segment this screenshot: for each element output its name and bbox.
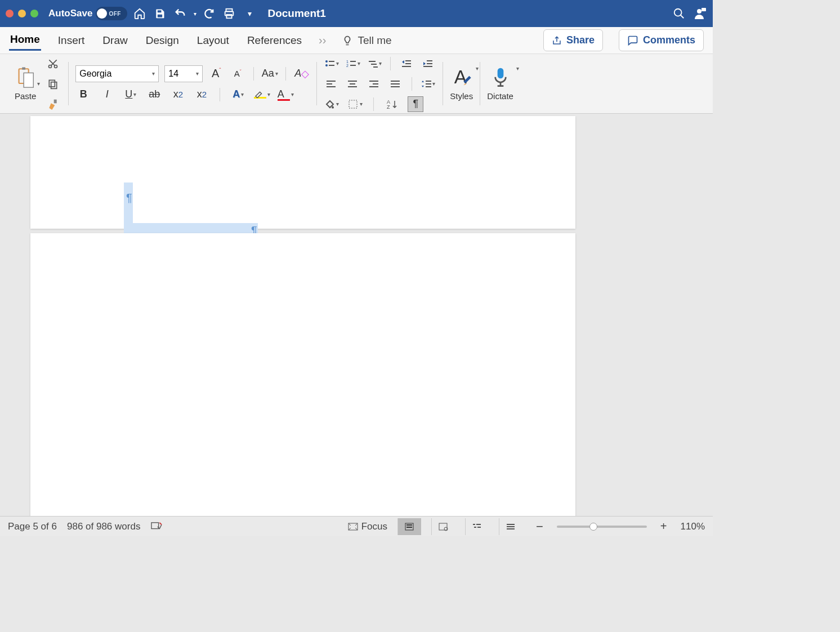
bold-button[interactable]: B [75, 87, 91, 103]
styles-dropdown[interactable]: ▾ [476, 65, 479, 72]
share-button[interactable]: Share [543, 29, 603, 51]
tab-home[interactable]: Home [9, 30, 41, 51]
comments-label: Comments [643, 34, 695, 46]
decrease-font-button[interactable]: Aˇ [230, 66, 245, 82]
svg-rect-40 [391, 81, 400, 82]
align-center-button[interactable] [345, 76, 361, 92]
status-bar: Page 5 of 6 986 of 986 words Focus − + 1… [0, 516, 713, 536]
increase-indent-button[interactable] [420, 56, 436, 72]
ribbon-tabs: Home Insert Draw Design Layout Reference… [0, 27, 713, 54]
cut-button[interactable] [44, 55, 61, 72]
tab-references[interactable]: References [246, 31, 303, 50]
print-icon[interactable] [221, 6, 237, 21]
format-painter-button[interactable] [44, 96, 61, 113]
document-canvas[interactable]: ¶ ¶ [0, 114, 713, 516]
multilevel-list-button[interactable]: ▾ [367, 56, 382, 72]
decrease-indent-button[interactable] [399, 56, 414, 72]
copy-button[interactable] [44, 75, 61, 92]
autosave-toggle[interactable]: OFF [96, 7, 127, 20]
qat-customize-icon[interactable]: ▾ [242, 6, 257, 21]
format-painter-icon [47, 99, 59, 110]
shading-button[interactable]: ▾ [324, 96, 339, 112]
svg-rect-21 [350, 65, 356, 66]
italic-button[interactable]: I [99, 87, 115, 103]
comments-button[interactable]: Comments [619, 29, 704, 51]
maximize-window-button[interactable] [30, 10, 38, 17]
zoom-slider[interactable] [557, 526, 647, 528]
clear-formatting-button[interactable]: A◇ [294, 66, 310, 82]
font-size-combo[interactable]: 14▾ [164, 65, 203, 82]
svg-rect-44 [426, 81, 431, 82]
close-window-button[interactable] [6, 10, 14, 17]
svg-rect-64 [507, 526, 515, 527]
font-color-button[interactable]: A ▾ [278, 87, 293, 103]
tabs-overflow-icon[interactable]: ›› [319, 34, 326, 47]
svg-rect-59 [473, 524, 475, 525]
zoom-out-button[interactable]: − [533, 519, 547, 534]
home-icon[interactable] [132, 6, 148, 21]
word-count[interactable]: 986 of 986 words [67, 521, 140, 532]
subscript-button[interactable]: x2 [170, 87, 186, 103]
search-icon[interactable] [671, 6, 687, 21]
styles-button[interactable]: A Styles [450, 66, 473, 101]
tell-me-search[interactable]: Tell me [342, 34, 391, 47]
outline-view-button[interactable] [465, 518, 489, 535]
redo-icon[interactable] [201, 6, 217, 21]
save-icon[interactable] [152, 6, 168, 21]
dictate-button[interactable]: Dictate [487, 66, 513, 101]
account-icon[interactable] [691, 6, 707, 21]
svg-rect-33 [327, 86, 336, 87]
show-paragraph-marks-button[interactable]: ¶ [408, 96, 423, 112]
justify-button[interactable] [388, 76, 404, 92]
print-layout-view-button[interactable] [397, 518, 421, 535]
svg-rect-62 [477, 527, 481, 528]
font-name-combo[interactable]: Georgia▾ [75, 65, 159, 82]
svg-rect-26 [405, 63, 411, 64]
page-indicator[interactable]: Page 5 of 6 [8, 521, 57, 532]
undo-dropdown[interactable]: ▾ [194, 11, 196, 17]
zoom-level[interactable]: 110% [681, 521, 705, 532]
page-top[interactable]: ¶ ¶ [30, 116, 575, 229]
bullets-button[interactable]: ▾ [324, 56, 339, 72]
increase-font-button[interactable]: Aˆ [208, 66, 224, 82]
draft-view-button[interactable] [499, 518, 522, 535]
scissors-icon [47, 58, 59, 69]
window-controls [6, 10, 38, 17]
text-effects-button[interactable]: A ▾ [230, 87, 246, 103]
sort-button[interactable]: AZ [384, 96, 400, 112]
minimize-window-button[interactable] [18, 10, 26, 17]
strikethrough-button[interactable]: ab [146, 87, 162, 103]
underline-button[interactable]: U ▾ [123, 87, 138, 103]
superscript-button[interactable]: x2 [194, 87, 209, 103]
share-icon [552, 35, 562, 46]
outdent-icon [401, 60, 412, 68]
line-spacing-icon [421, 79, 431, 88]
line-spacing-button[interactable]: ▾ [420, 76, 436, 92]
tab-draw[interactable]: Draw [101, 31, 128, 50]
zoom-thumb[interactable] [589, 523, 597, 531]
tab-design[interactable]: Design [145, 31, 180, 50]
undo-icon[interactable] [172, 6, 188, 21]
align-right-button[interactable] [367, 76, 382, 92]
page-bottom[interactable] [30, 233, 575, 516]
sort-icon: AZ [387, 99, 397, 109]
paste-dropdown[interactable]: ▾ [37, 81, 40, 87]
borders-icon [348, 100, 359, 109]
svg-point-16 [325, 64, 328, 66]
highlight-button[interactable]: ▾ [254, 87, 270, 103]
align-left-button[interactable] [324, 76, 339, 92]
svg-rect-36 [348, 86, 357, 87]
dictate-dropdown[interactable]: ▾ [516, 65, 519, 72]
paste-button[interactable]: Paste [15, 66, 36, 101]
tab-insert[interactable]: Insert [57, 31, 86, 50]
spellcheck-icon[interactable] [150, 522, 163, 532]
web-layout-view-button[interactable] [431, 518, 455, 535]
autosave-control[interactable]: AutoSave OFF [48, 7, 127, 20]
change-case-button[interactable]: Aa ▾ [262, 66, 278, 82]
numbering-button[interactable]: 12▾ [345, 56, 361, 72]
zoom-in-button[interactable]: + [657, 520, 671, 533]
align-center-icon [348, 80, 358, 88]
borders-button[interactable]: ▾ [347, 96, 363, 112]
focus-mode-button[interactable]: Focus [348, 521, 387, 532]
tab-layout[interactable]: Layout [196, 31, 230, 50]
